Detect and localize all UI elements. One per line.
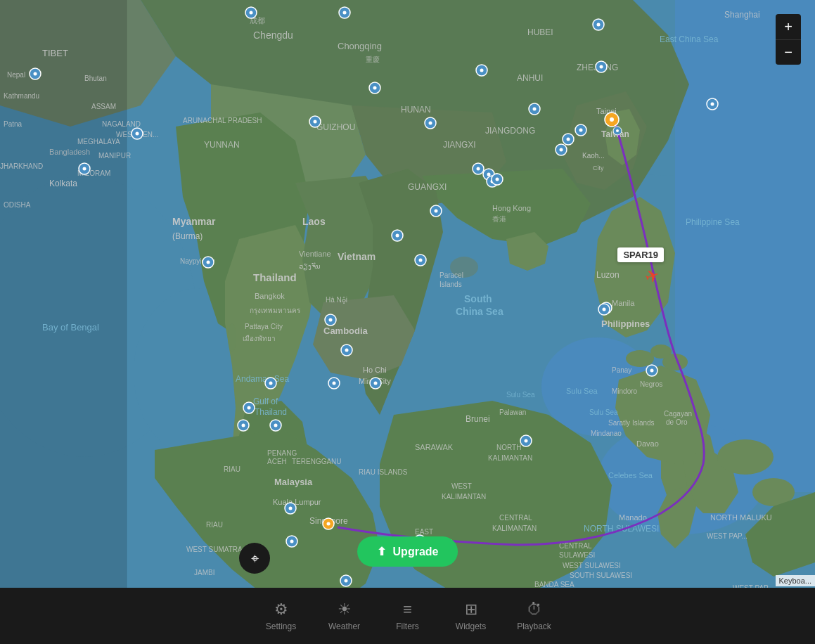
svg-text:(Burma): (Burma) [172,231,203,241]
svg-text:KALIMANTAN: KALIMANTAN [442,493,486,501]
svg-text:成都: 成都 [250,16,265,25]
keyboard-label: Keyboa... [776,575,815,586]
svg-text:ວຽງຈັນ: ວຽງຈັນ [299,262,321,271]
svg-text:Cagayan: Cagayan [664,410,692,418]
svg-text:Nepal: Nepal [7,71,25,79]
toolbar-item-widgets[interactable]: ⊞ Widgets [439,588,503,644]
svg-text:City: City [593,165,604,172]
zoom-controls: + − [776,14,801,65]
svg-text:Manila: Manila [612,299,635,307]
svg-text:MEGHALAYA: MEGHALAYA [77,138,120,146]
svg-text:HUNAN: HUNAN [401,105,431,115]
svg-text:Vietnam: Vietnam [338,251,376,262]
svg-text:ANHUI: ANHUI [517,73,543,83]
filters-label: Filters [396,622,419,631]
svg-text:GUANGXI: GUANGXI [408,182,447,192]
svg-text:Kaoh...: Kaoh... [582,152,605,160]
svg-text:SOUTH SULAWESI: SOUTH SULAWESI [570,572,632,579]
svg-text:TERENGGANU: TERENGGANU [292,458,342,465]
svg-text:Bangkok: Bangkok [255,292,285,300]
svg-text:เมืองพัทยา: เมืองพัทยา [243,335,276,342]
svg-text:ACEH: ACEH [267,458,287,465]
zoom-out-button[interactable]: − [776,39,801,65]
svg-text:JHARKHAND: JHARKHAND [0,162,43,170]
svg-text:Davao: Davao [636,439,659,448]
svg-text:Taipei: Taipei [596,107,617,115]
svg-text:Taiwan: Taiwan [601,129,629,139]
playback-icon: ⏱ [527,600,542,619]
svg-text:WEST PAP...: WEST PAP... [707,532,747,540]
svg-text:SARAWAK: SARAWAK [415,443,454,451]
svg-text:Vientiane: Vientiane [299,250,331,258]
svg-text:CENTRAL: CENTRAL [499,514,532,522]
svg-text:Laos: Laos [302,216,326,227]
zoom-in-button[interactable]: + [776,14,801,39]
toolbar-item-filters[interactable]: ≡ Filters [376,588,439,644]
svg-text:Shanghai: Shanghai [724,10,760,20]
toolbar-item-weather[interactable]: ☀ Weather [313,588,376,644]
svg-text:ARUNACHAL PRADESH: ARUNACHAL PRADESH [183,117,262,124]
toolbar-item-playback[interactable]: ⏱ Playback [503,588,566,644]
svg-text:Kathmandu: Kathmandu [4,92,39,100]
svg-text:WEST SUMATRA: WEST SUMATRA [186,546,243,553]
svg-text:Manado: Manado [619,513,647,522]
toolbar-item-settings[interactable]: ⚙ Settings [250,588,313,644]
svg-text:Andaman Sea: Andaman Sea [236,374,289,384]
svg-text:Kolkata: Kolkata [49,179,77,188]
svg-text:WEST SULAWESI: WEST SULAWESI [563,562,621,569]
svg-point-12 [717,439,774,475]
svg-text:Naypyidaw: Naypyidaw [180,257,215,265]
svg-text:Islands: Islands [439,281,462,288]
svg-text:KALIMANTAN: KALIMANTAN [488,454,532,462]
location-button[interactable]: ⌖ [239,543,270,574]
svg-text:WEST BEN...: WEST BEN... [116,131,158,139]
svg-text:Celebes Sea: Celebes Sea [608,471,653,479]
svg-text:WEST: WEST [451,482,472,490]
svg-text:YUNNAN: YUNNAN [204,140,240,150]
svg-text:Panay: Panay [612,366,631,374]
upgrade-label: Upgrade [393,546,439,558]
svg-text:de Oro: de Oro [666,418,688,426]
weather-icon: ☀ [338,600,352,619]
svg-text:Chengdu: Chengdu [253,30,293,41]
svg-text:Saratly Islands: Saratly Islands [608,419,655,427]
svg-text:NORTH MALUKU: NORTH MALUKU [710,513,772,522]
svg-text:Sulu Sea: Sulu Sea [589,408,618,416]
settings-label: Settings [266,622,296,631]
svg-text:JAMBI: JAMBI [194,569,214,577]
widgets-icon: ⊞ [465,600,477,619]
svg-point-14 [228,323,236,352]
svg-text:Brunei: Brunei [466,414,490,424]
svg-text:Kuala Lumpur: Kuala Lumpur [273,498,321,506]
svg-text:Hong Kong: Hong Kong [492,204,531,212]
svg-text:Thailand: Thailand [255,407,287,417]
toolbar: ⚙ Settings ☀ Weather ≡ Filters ⊞ Widgets… [0,588,815,644]
svg-text:Sulu Sea: Sulu Sea [566,387,598,395]
svg-text:KALIMANTAN: KALIMANTAN [492,524,537,532]
svg-text:JIANGXI: JIANGXI [443,140,476,150]
location-icon: ⌖ [251,550,259,567]
filters-icon: ≡ [403,600,412,619]
svg-text:Hà Nội: Hà Nội [326,296,347,304]
svg-text:Bangladesh: Bangladesh [49,148,90,156]
svg-text:SULAWESI: SULAWESI [559,551,595,559]
svg-text:HUBEI: HUBEI [527,27,553,37]
upgrade-button[interactable]: ⬆ Upgrade [357,536,458,567]
svg-text:South: South [464,293,492,304]
playback-label: Playback [517,622,551,631]
svg-text:NORTH: NORTH [496,444,521,451]
flight-label[interactable]: SPAR19 [617,247,664,262]
svg-text:RIAU ISLANDS: RIAU ISLANDS [359,468,408,476]
svg-text:Malaysia: Malaysia [274,477,313,487]
svg-text:Luzon: Luzon [596,270,620,280]
svg-text:Palawan: Palawan [499,408,526,416]
svg-text:Paracel: Paracel [439,271,463,279]
svg-text:Mindanao: Mindanao [591,430,622,437]
svg-text:Thailand: Thailand [253,271,297,283]
svg-text:重慶: 重慶 [366,56,380,63]
svg-text:JIANGDONG: JIANGDONG [485,126,535,136]
svg-text:EAST: EAST [415,528,433,536]
svg-text:Minh City: Minh City [359,377,391,385]
svg-text:Pattaya City: Pattaya City [245,323,283,330]
svg-text:Singapore: Singapore [309,516,348,526]
